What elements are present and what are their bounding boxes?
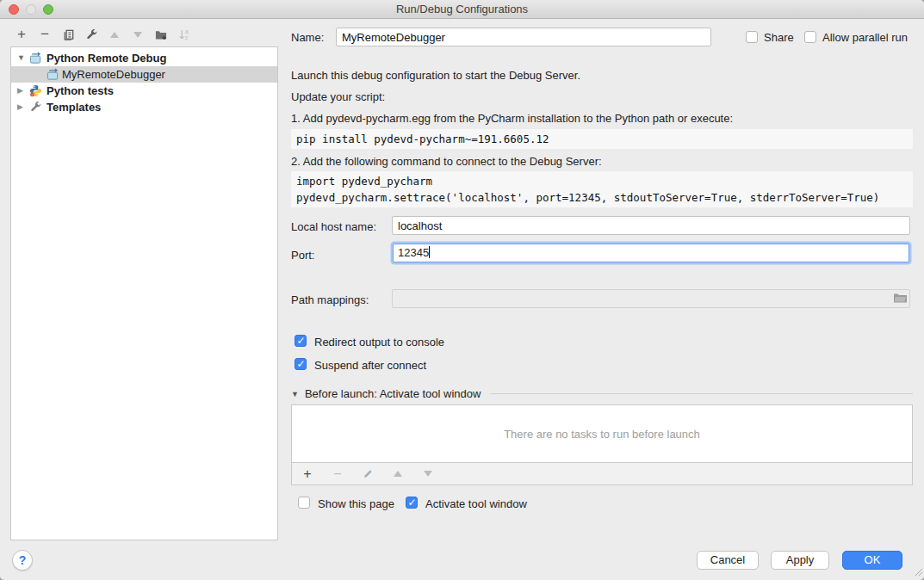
suspend-after-connect-checkbox[interactable] bbox=[295, 358, 307, 370]
section-divider bbox=[490, 393, 913, 394]
minimize-window-button[interactable] bbox=[26, 4, 36, 15]
before-launch-title: Before launch: Activate tool window bbox=[305, 387, 481, 400]
svg-text:a: a bbox=[184, 28, 188, 34]
settrace-code-line-2: pydevd_pycharm.settrace('localhost', por… bbox=[296, 191, 879, 204]
edit-task-icon[interactable] bbox=[360, 466, 375, 482]
port-value: 12345 bbox=[398, 246, 429, 259]
instruction-line-2: Update your script: bbox=[291, 90, 385, 103]
suspend-after-connect-label[interactable]: Suspend after connect bbox=[314, 359, 426, 372]
pip-install-code: pip install pydevd-pycharm~=191.6605.12 bbox=[291, 129, 913, 149]
before-launch-section-header[interactable]: ▼ Before launch: Activate tool window bbox=[291, 387, 913, 400]
port-label: Port: bbox=[291, 249, 314, 262]
empty-tasks-text: There are no tasks to run before launch bbox=[504, 428, 700, 441]
instruction-step-1: 1. Add pydevd-pycharm.egg from the PyCha… bbox=[291, 112, 733, 125]
local-host-name-label: Local host name: bbox=[291, 220, 376, 233]
titlebar: Run/Debug Configurations bbox=[0, 0, 924, 19]
copy-configuration-icon[interactable] bbox=[60, 27, 76, 42]
tree-item-templates[interactable]: ▶ Templates bbox=[11, 99, 277, 115]
name-input[interactable] bbox=[336, 28, 711, 46]
move-task-up-icon[interactable] bbox=[390, 466, 406, 482]
share-checkbox[interactable] bbox=[746, 31, 758, 43]
window-title: Run/Debug Configurations bbox=[0, 0, 924, 18]
before-launch-toolbar: + − bbox=[291, 462, 913, 485]
ok-button[interactable]: OK bbox=[842, 551, 902, 570]
local-host-name-input[interactable] bbox=[392, 216, 910, 235]
help-button[interactable]: ? bbox=[12, 550, 33, 571]
tree-item-myremotedebugger[interactable]: MyRemoteDebugger bbox=[11, 66, 277, 83]
edit-defaults-wrench-icon[interactable] bbox=[84, 27, 99, 42]
resize-grip[interactable] bbox=[913, 566, 923, 579]
svg-text:z: z bbox=[184, 34, 187, 40]
cancel-button[interactable]: Cancel bbox=[697, 551, 759, 570]
templates-wrench-icon bbox=[29, 101, 42, 118]
chevron-down-icon[interactable]: ▼ bbox=[17, 50, 25, 66]
settrace-code: import pydevd_pycharm pydevd_pycharm.set… bbox=[291, 171, 913, 207]
settrace-code-line-1: import pydevd_pycharm bbox=[296, 175, 432, 188]
move-up-icon[interactable] bbox=[107, 27, 122, 42]
text-caret bbox=[429, 246, 430, 258]
apply-button[interactable]: Apply bbox=[771, 551, 829, 570]
name-label: Name: bbox=[291, 31, 324, 44]
show-this-page-checkbox[interactable] bbox=[298, 497, 310, 509]
new-folder-icon[interactable] bbox=[153, 27, 169, 42]
chevron-right-icon[interactable]: ▶ bbox=[17, 99, 23, 115]
tree-item-label: Python tests bbox=[47, 83, 114, 99]
allow-parallel-run-checkbox[interactable] bbox=[804, 31, 816, 43]
browse-folder-icon[interactable] bbox=[893, 292, 908, 307]
zoom-window-button[interactable] bbox=[43, 4, 53, 15]
redirect-output-checkbox[interactable] bbox=[295, 335, 307, 347]
redirect-output-label[interactable]: Redirect output to console bbox=[314, 336, 444, 349]
chevron-down-icon[interactable]: ▼ bbox=[291, 390, 299, 398]
path-mappings-label: Path mappings: bbox=[291, 293, 369, 306]
instruction-step-2: 2. Add the following command to connect … bbox=[291, 155, 602, 168]
tree-item-label: Python Remote Debug bbox=[47, 50, 166, 66]
instruction-line-1: Launch this debug configuration to start… bbox=[291, 69, 580, 82]
sort-alphabetically-icon[interactable]: az bbox=[177, 27, 192, 42]
configurations-toolbar: + − az bbox=[14, 26, 192, 43]
configurations-tree: ▼ Python Remote Debug MyRemoteDebugger ▶ bbox=[10, 46, 278, 540]
activate-tool-window-label[interactable]: Activate tool window bbox=[425, 497, 527, 510]
move-task-down-icon[interactable] bbox=[420, 466, 436, 482]
remove-configuration-icon[interactable]: − bbox=[37, 27, 53, 42]
add-task-icon[interactable]: + bbox=[300, 466, 315, 482]
remove-task-icon[interactable]: − bbox=[330, 466, 345, 482]
close-window-button[interactable] bbox=[9, 4, 19, 15]
tree-item-python-tests[interactable]: ▶ Python tests bbox=[11, 83, 277, 99]
show-this-page-label[interactable]: Show this page bbox=[318, 497, 394, 510]
tree-item-label: MyRemoteDebugger bbox=[62, 66, 165, 83]
tree-item-label: Templates bbox=[47, 99, 101, 115]
tree-item-python-remote-debug[interactable]: ▼ Python Remote Debug bbox=[11, 50, 277, 66]
run-debug-configurations-dialog: Run/Debug Configurations + − az ▼ Python… bbox=[0, 0, 924, 580]
move-down-icon[interactable] bbox=[130, 27, 146, 42]
allow-parallel-run-label[interactable]: Allow parallel run bbox=[822, 31, 908, 44]
add-configuration-icon[interactable]: + bbox=[14, 27, 29, 42]
activate-tool-window-checkbox[interactable] bbox=[406, 497, 418, 509]
before-launch-task-list[interactable]: There are no tasks to run before launch bbox=[291, 404, 913, 463]
share-label[interactable]: Share bbox=[764, 31, 794, 44]
port-input[interactable]: 12345 bbox=[393, 244, 909, 262]
chevron-right-icon[interactable]: ▶ bbox=[17, 83, 23, 99]
path-mappings-input[interactable] bbox=[392, 289, 910, 308]
